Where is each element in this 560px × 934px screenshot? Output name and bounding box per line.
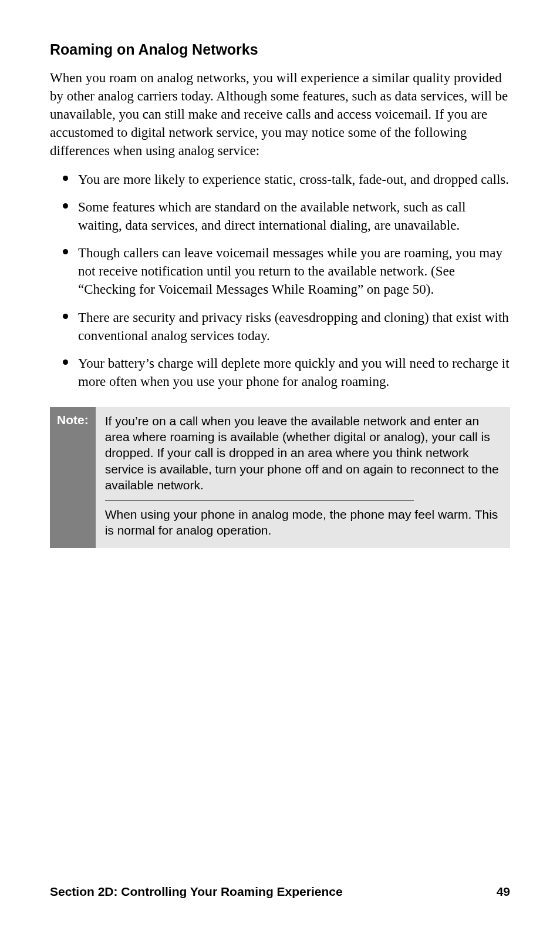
note-body: If you’re on a call when you leave the a… bbox=[96, 407, 510, 548]
note-label: Note: bbox=[50, 407, 96, 548]
list-item: Your battery’s charge will deplete more … bbox=[50, 354, 510, 391]
intro-paragraph: When you roam on analog networks, you wi… bbox=[50, 69, 510, 160]
page-footer: Section 2D: Controlling Your Roaming Exp… bbox=[50, 885, 510, 899]
section-heading: Roaming on Analog Networks bbox=[50, 41, 510, 58]
note-paragraph-1: If you’re on a call when you leave the a… bbox=[105, 413, 501, 493]
list-item: Some features which are standard on the … bbox=[50, 198, 510, 234]
list-item: Though callers can leave voicemail messa… bbox=[50, 244, 510, 298]
note-divider bbox=[105, 500, 414, 500]
note-paragraph-2: When using your phone in analog mode, th… bbox=[105, 506, 501, 539]
footer-section: Section 2D: Controlling Your Roaming Exp… bbox=[50, 885, 343, 899]
list-item: There are security and privacy risks (ea… bbox=[50, 308, 510, 345]
note-box: Note: If you’re on a call when you leave… bbox=[50, 407, 510, 548]
bullet-list: You are more likely to experience static… bbox=[50, 170, 510, 390]
footer-page-number: 49 bbox=[497, 885, 510, 899]
document-page: Roaming on Analog Networks When you roam… bbox=[0, 0, 560, 934]
list-item: You are more likely to experience static… bbox=[50, 170, 510, 189]
